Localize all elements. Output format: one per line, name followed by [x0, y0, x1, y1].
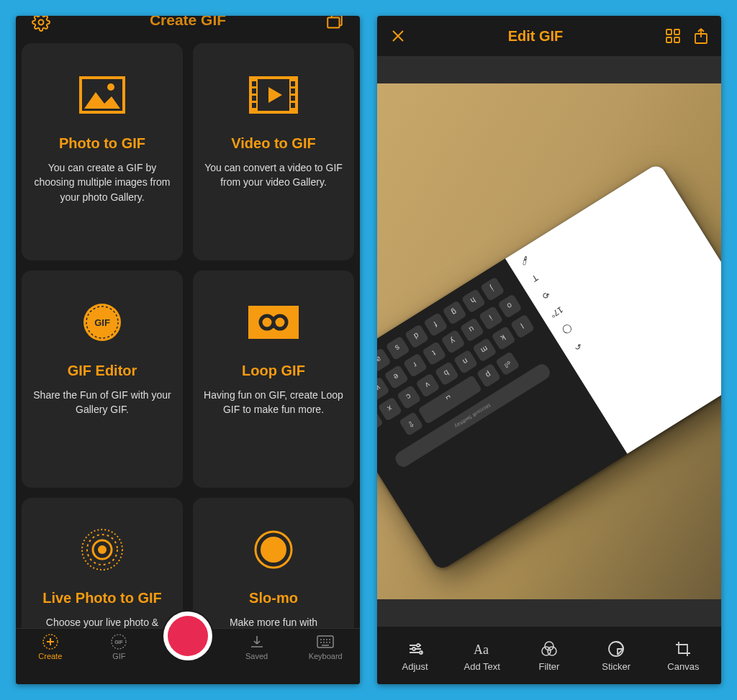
- grid-icon[interactable]: [665, 28, 681, 44]
- card-loop-gif[interactable]: Loop GIF Having fun on GIF, create Loop …: [193, 271, 354, 488]
- gear-icon[interactable]: [32, 16, 50, 32]
- upper-band: [377, 56, 721, 83]
- card-title: Video to GIF: [231, 135, 315, 152]
- svg-point-42: [548, 647, 556, 655]
- bottom-tabbar: Create GIF GIF Saved Keyboard: [16, 628, 360, 684]
- svg-text:GIF: GIF: [115, 640, 124, 645]
- svg-rect-13: [291, 88, 295, 94]
- card-desc: Share the Fun of GIF with your Gallery G…: [32, 388, 173, 417]
- tool-label: Sticker: [602, 661, 630, 672]
- svg-point-3: [107, 83, 114, 91]
- svg-point-40: [545, 642, 553, 650]
- svg-rect-32: [674, 29, 679, 35]
- svg-rect-11: [252, 103, 256, 108]
- edit-toolbar: Adjust Aa Add Text Filter Sticker Canvas: [377, 627, 721, 684]
- tab-label: GIF: [112, 652, 125, 660]
- svg-rect-1: [327, 18, 339, 28]
- download-icon: [249, 633, 265, 650]
- circle-icon: [253, 514, 294, 586]
- tool-label: Adjust: [402, 661, 428, 672]
- tab-create[interactable]: Create: [22, 633, 79, 660]
- sticker-icon: [607, 640, 625, 658]
- tool-label: Filter: [539, 661, 560, 672]
- screen-edit-gif: Edit GIF ⌫asdfghj qwertyuio zxcvbnmkl ⇧␣…: [377, 16, 721, 684]
- svg-rect-9: [252, 88, 256, 94]
- live-photo-icon: [80, 514, 125, 586]
- gif-badge-icon: GIF: [81, 286, 123, 358]
- sliders-icon: [407, 640, 424, 658]
- record-icon: [168, 616, 208, 656]
- card-desc: Having fun on GIF, create Loop GIF to ma…: [203, 388, 344, 417]
- header: Edit GIF: [377, 16, 721, 56]
- gif-preview[interactable]: ⌫asdfghj qwertyuio zxcvbnmkl ⇧␣p⏎ Micros…: [377, 83, 721, 599]
- image-icon: [79, 59, 125, 131]
- keyboard-brand-label: Microsoft SwiftKey: [453, 403, 492, 429]
- card-photo-to-gif[interactable]: Photo to GIF You can create a GIF by cho…: [22, 43, 183, 260]
- card-video-to-gif[interactable]: Video to GIF You can convert a video to …: [193, 43, 354, 260]
- gallery-icon[interactable]: [325, 16, 344, 32]
- card-gif-editor[interactable]: GIF GIF Editor Share the Fun of GIF with…: [22, 271, 183, 488]
- card-desc: You can create a GIF by choosing multipl…: [32, 160, 173, 204]
- svg-marker-16: [268, 87, 282, 103]
- tool-add-text[interactable]: Aa Add Text: [451, 640, 513, 672]
- share-icon[interactable]: [694, 27, 708, 45]
- preview-subject-phone: ⌫asdfghj qwertyuio zxcvbnmkl ⇧␣p⏎ Micros…: [377, 163, 721, 571]
- loop-icon: [248, 286, 299, 358]
- close-icon[interactable]: [390, 28, 406, 44]
- svg-rect-31: [666, 29, 672, 35]
- card-grid: Photo to GIF You can create a GIF by cho…: [16, 39, 360, 628]
- tab-keyboard[interactable]: Keyboard: [297, 633, 354, 660]
- card-live-photo-to-gif[interactable]: Live Photo to GIF Choose your live photo…: [22, 498, 183, 628]
- keyboard-icon: [317, 633, 334, 650]
- svg-rect-12: [291, 81, 295, 86]
- tool-label: Add Text: [464, 661, 500, 672]
- page-title: Create GIF: [150, 16, 226, 29]
- text-icon: Aa: [472, 640, 492, 658]
- svg-rect-10: [252, 96, 256, 101]
- tool-label: Canvas: [667, 661, 699, 672]
- card-title: Slo-mo: [249, 590, 298, 606]
- tab-label: Keyboard: [309, 652, 343, 660]
- card-title: GIF Editor: [68, 363, 137, 379]
- video-play-icon: [249, 59, 298, 131]
- lower-band: [377, 599, 721, 627]
- svg-point-37: [412, 647, 415, 650]
- card-title: Live Photo to GIF: [42, 590, 162, 606]
- gif-burst-icon: GIF: [109, 633, 128, 650]
- header: Create GIF: [16, 16, 360, 39]
- svg-point-26: [261, 537, 286, 563]
- venn-icon: [540, 640, 559, 658]
- card-desc: Choose your live photo &: [46, 615, 158, 628]
- record-button[interactable]: [163, 612, 212, 660]
- svg-rect-14: [291, 96, 295, 101]
- svg-rect-15: [291, 103, 295, 108]
- tab-gif[interactable]: GIF GIF: [90, 633, 148, 660]
- card-title: Photo to GIF: [59, 135, 145, 152]
- crop-icon: [674, 640, 692, 658]
- svg-point-24: [98, 545, 107, 554]
- svg-point-36: [417, 644, 420, 647]
- page-title: Edit GIF: [508, 28, 564, 45]
- card-desc: You can convert a video to GIF from your…: [203, 160, 344, 190]
- svg-rect-34: [674, 37, 679, 42]
- screen-create-gif: Create GIF Photo to GIF You can create a…: [16, 16, 360, 684]
- tool-sticker[interactable]: Sticker: [585, 640, 647, 672]
- tab-label: Saved: [245, 652, 268, 660]
- svg-text:Aa: Aa: [474, 642, 489, 657]
- tool-filter[interactable]: Filter: [518, 640, 580, 672]
- tool-canvas[interactable]: Canvas: [652, 640, 714, 672]
- tool-adjust[interactable]: Adjust: [384, 640, 446, 672]
- svg-rect-8: [252, 81, 256, 86]
- tab-label: Create: [38, 652, 62, 660]
- svg-marker-4: [84, 92, 120, 109]
- card-desc: Make more fun with: [230, 615, 317, 628]
- svg-text:GIF: GIF: [94, 317, 110, 328]
- plus-burst-icon: [41, 633, 60, 650]
- card-slo-mo[interactable]: Slo-mo Make more fun with: [193, 498, 354, 628]
- svg-rect-33: [666, 37, 672, 42]
- svg-point-0: [39, 20, 44, 25]
- tab-saved[interactable]: Saved: [228, 633, 286, 660]
- card-title: Loop GIF: [242, 363, 305, 379]
